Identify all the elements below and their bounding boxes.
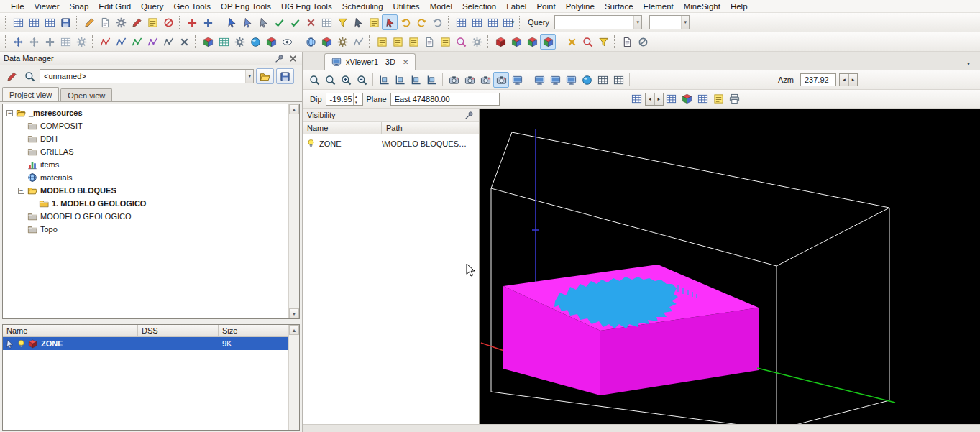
select-area-icon[interactable] <box>239 14 255 30</box>
select-cursor-icon[interactable] <box>224 14 239 30</box>
viewer-cursor-icon[interactable] <box>563 72 579 88</box>
scroll-up-icon[interactable]: ▲ <box>289 325 299 335</box>
viewer-3d-icon[interactable] <box>547 72 563 88</box>
plane-input[interactable]: East 474880.00 <box>390 93 500 106</box>
snap-grid-icon[interactable] <box>319 14 334 30</box>
zoom-in-icon[interactable] <box>338 72 354 88</box>
table-edit-icon[interactable] <box>469 14 485 30</box>
clipboard-icon[interactable] <box>421 34 437 50</box>
azm-decrease-icon[interactable]: ◂ <box>840 74 848 86</box>
binoculars-icon[interactable] <box>580 34 595 50</box>
folder-open-expander-icon[interactable]: − <box>6 110 13 116</box>
tree-item--msresources[interactable]: −_msresources <box>4 106 299 119</box>
sheet-manager-icon[interactable] <box>10 14 26 30</box>
visibility-row-zone[interactable]: ZONE\MODELO BLOQUES… <box>303 137 479 150</box>
menu-label[interactable]: Label <box>501 1 531 12</box>
apply-check-icon[interactable] <box>271 14 287 30</box>
eraser-icon[interactable] <box>635 34 651 50</box>
chevron-down-icon[interactable]: ▾ <box>681 16 689 29</box>
close-icon[interactable] <box>287 53 298 63</box>
edit-gear-icon[interactable] <box>113 14 129 30</box>
menu-model[interactable]: Model <box>425 1 457 12</box>
select-add-icon[interactable] <box>255 14 271 30</box>
tree-item-ddh[interactable]: −DDH <box>4 132 299 145</box>
view-iso-icon[interactable] <box>423 72 439 88</box>
menu-selection[interactable]: Selection <box>457 1 501 12</box>
tree-item-composit[interactable]: −COMPOSIT <box>4 119 299 132</box>
apply-all-icon[interactable] <box>287 14 303 30</box>
pin-icon[interactable] <box>463 110 475 120</box>
tab-project-view[interactable]: Project view <box>2 87 59 101</box>
surface-sphere-icon[interactable] <box>247 34 263 50</box>
print-icon[interactable] <box>727 91 743 107</box>
menu-minesight[interactable]: MineSight <box>679 1 725 12</box>
model-gear-icon[interactable] <box>334 34 350 50</box>
world-view-icon[interactable] <box>579 72 595 88</box>
chevron-down-icon[interactable]: ▾ <box>633 16 641 29</box>
snapshot-save-icon[interactable] <box>477 72 493 88</box>
zoom-out-icon[interactable] <box>354 72 370 88</box>
delete-selection-icon[interactable] <box>303 14 319 30</box>
menu-edit-grid[interactable]: Edit Grid <box>93 1 136 12</box>
menu-point[interactable]: Point <box>531 1 560 12</box>
surface-gear-icon[interactable] <box>232 34 247 50</box>
edit-note-icon[interactable] <box>145 14 160 30</box>
query-notes-icon[interactable] <box>366 14 382 30</box>
search-pink-icon[interactable] <box>453 34 469 50</box>
link-gear-icon[interactable] <box>469 34 485 50</box>
query-cursor-icon[interactable] <box>350 14 366 30</box>
viewer-2d-icon[interactable] <box>531 72 547 88</box>
zoom-window-icon[interactable] <box>322 72 338 88</box>
clear-selection-button[interactable] <box>4 68 19 84</box>
tree-item-items[interactable]: −items <box>4 158 299 171</box>
secondary-combo[interactable]: ▾ <box>649 15 690 29</box>
edit-marker-icon[interactable] <box>129 14 145 30</box>
surface-box-icon[interactable] <box>200 34 216 50</box>
filter-icon[interactable] <box>334 14 350 30</box>
dataset-combo[interactable]: <unnamed> ▾ <box>40 69 254 83</box>
table-grid-icon[interactable] <box>485 14 500 30</box>
block-model-icon[interactable] <box>508 34 524 50</box>
note-new-icon[interactable] <box>374 34 390 50</box>
menu-query[interactable]: Query <box>136 1 168 12</box>
plane-prev-icon[interactable] <box>664 91 679 107</box>
snap-settings-icon[interactable] <box>73 34 89 50</box>
step-forward-icon[interactable]: ▸ <box>654 93 663 105</box>
dm-table-row-zone[interactable]: ZONE9K <box>3 337 299 350</box>
add-point-icon[interactable] <box>184 14 200 30</box>
contrast-box-icon[interactable] <box>619 34 635 50</box>
model-box-icon[interactable] <box>319 34 334 50</box>
dip-up-icon[interactable]: ▴ <box>354 93 359 99</box>
chevron-down-icon[interactable]: ▾ <box>245 70 253 83</box>
menu-element[interactable]: Element <box>638 1 679 12</box>
menu-help[interactable]: Help <box>725 1 753 12</box>
polyline-angle-icon[interactable] <box>160 34 176 50</box>
move-point-icon[interactable] <box>10 34 26 50</box>
save-button[interactable] <box>276 68 294 84</box>
snapshot-new-icon[interactable] <box>462 72 477 88</box>
note-copy-icon[interactable] <box>390 34 406 50</box>
edit-properties-icon[interactable] <box>97 14 113 30</box>
scroll-down-icon[interactable]: ▼ <box>289 308 299 318</box>
open-folder-button[interactable] <box>256 68 274 84</box>
plane-grid-icon[interactable] <box>629 91 645 107</box>
viewer-link-icon[interactable] <box>509 72 525 88</box>
close-tab-icon[interactable]: ✕ <box>403 58 408 66</box>
snapshot-settings-icon[interactable] <box>493 72 509 88</box>
visibility-column-name[interactable]: Name <box>303 122 382 134</box>
redo-icon[interactable] <box>413 14 429 30</box>
menu-ug-eng-tools[interactable]: UG Eng Tools <box>276 1 337 12</box>
edit-pencil-icon[interactable] <box>81 14 97 30</box>
column-size[interactable]: Size <box>219 325 299 336</box>
zoom-select-icon[interactable] <box>306 72 322 88</box>
visibility-column-path[interactable]: Path <box>382 122 479 134</box>
pin-icon[interactable] <box>273 53 285 63</box>
plane-notes-icon[interactable] <box>711 91 727 107</box>
block-model-red-icon[interactable] <box>493 34 508 50</box>
polyline-edit-icon[interactable] <box>113 34 129 50</box>
plane-table-icon[interactable] <box>695 91 711 107</box>
refresh-icon[interactable] <box>429 14 445 30</box>
view-plan-icon[interactable] <box>376 72 392 88</box>
azm-increase-icon[interactable]: ▸ <box>848 74 857 86</box>
menu-polyline[interactable]: Polyline <box>561 1 600 12</box>
